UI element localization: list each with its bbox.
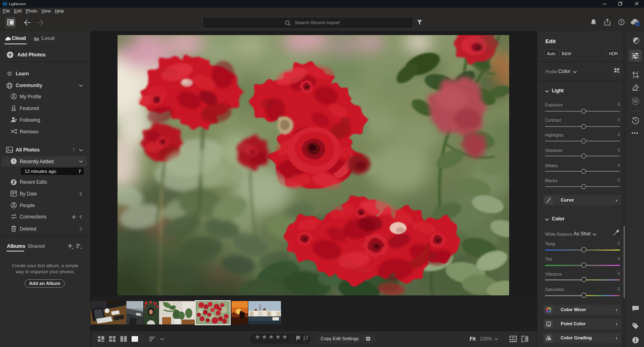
svg-text:?: ? xyxy=(620,20,623,24)
